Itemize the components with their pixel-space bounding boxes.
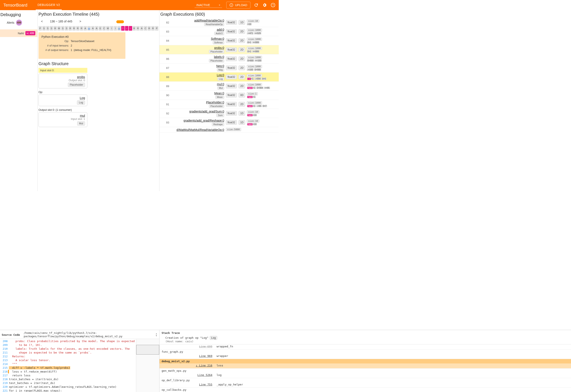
timeline-range: 136 ~ 185 of 445 [50, 20, 72, 23]
timeline-cell[interactable]: M [106, 26, 110, 31]
timeline-cell[interactable]: S [61, 26, 65, 31]
timeline-cells: PSSSRMSSRRRRAmAAECMIIm!--RRACRRP [38, 25, 159, 31]
graph-exec-row[interactable]: 91Placeholder:0Placeholderfloat322Dsize:… [159, 100, 279, 109]
upload-button[interactable]: UPLOAD [226, 2, 250, 8]
alert-badge: ∞: 499 [25, 31, 35, 35]
graph-exec-row[interactable]: 84Softmax:0Softmaxfloat322Dsize:10000×1+… [159, 36, 279, 45]
svg-rect-1 [231, 5, 232, 6]
timeline-cell[interactable]: I [110, 26, 113, 31]
alert-type-label: NaN/ [18, 32, 24, 35]
timeline-cell[interactable]: S [65, 26, 68, 31]
input-node-name: probs [41, 75, 85, 79]
timeline-cell[interactable]: E [99, 26, 102, 31]
output-node-slot: Input slot: 1 [41, 117, 85, 121]
alerts-heading: Alerts 499 [0, 19, 37, 27]
timeline-cell[interactable]: C [144, 26, 147, 31]
sidebar: Debugging Alerts 499 NaN/ ∞: 499 [0, 10, 38, 191]
timeline-cell[interactable]: R [54, 26, 57, 31]
graph-exec-row[interactable]: d/MatMul/MatMul/ReadVariableOp:0size:500… [159, 127, 279, 133]
debugging-title: Debugging [0, 10, 37, 19]
timeline-cell[interactable]: - [125, 26, 128, 31]
output-node-name: mul [41, 114, 85, 117]
exec-heading: Python Execution #0 [42, 34, 122, 39]
timeline-cell[interactable]: R [136, 26, 140, 31]
timeline-next[interactable]: > [77, 20, 84, 23]
timeline-cell[interactable]: R [80, 26, 83, 31]
timeline-cell[interactable]: I [114, 26, 117, 31]
alert-nan-row[interactable]: NaN/ ∞: 499 [0, 29, 37, 37]
timeline-cell[interactable]: R [72, 26, 76, 31]
timeline-cell[interactable]: - [129, 26, 132, 31]
timeline-cell[interactable]: A [91, 26, 95, 31]
timeline-cell[interactable]: P [39, 26, 42, 31]
svg-text:?: ? [272, 4, 274, 7]
timeline-column: Python Execution Timeline (445) < 136 ~ … [38, 10, 159, 191]
graph-exec-row[interactable]: 85probs:0Placeholderfloat322Dsize:10000×… [159, 45, 279, 54]
graph-exec-row[interactable]: 83add:0AddV2float322Dsize:1000-×471+×529 [159, 27, 279, 36]
refresh-icon[interactable] [254, 3, 258, 7]
upload-label: UPLOAD [235, 3, 247, 7]
timeline-cell[interactable]: R [76, 26, 80, 31]
graph-structure-title: Graph Structure [38, 60, 159, 67]
gear-icon[interactable] [262, 3, 267, 7]
logo: TensorBoard [3, 3, 27, 8]
output-slot-label: Output slot 0: (1 consumer) [38, 107, 159, 112]
graph-exec-row[interactable]: 89mul:0Mulfloat322Dsize:1000NaN×10×904+×… [159, 82, 279, 91]
input-node-chip: Placeholder [68, 83, 85, 87]
timeline-prev[interactable]: < [39, 20, 45, 23]
svg-rect-2 [231, 4, 232, 5]
timeline-cell[interactable]: R [151, 26, 155, 31]
graph-exec-row[interactable]: 87Neg:0Negfloat322Dsize:1000-×1000×900 [159, 63, 279, 72]
graph-exec-row[interactable]: 82add/ReadVariableOp:0ReadVariableOpfloa… [159, 18, 279, 27]
tab-debugger-v2[interactable]: DEBUGGER V2 [36, 0, 62, 10]
timeline-cell[interactable]: R [69, 26, 72, 31]
op-node-card[interactable]: Log Log [39, 95, 87, 106]
timeline-cell[interactable]: A [95, 26, 98, 31]
timeline-title: Python Execution Timeline (445) [38, 10, 159, 18]
chevron-down-icon [218, 3, 221, 7]
output-node-card[interactable]: mul Input slot: 1 Mul [39, 112, 87, 127]
op-node-name: Log [41, 96, 85, 99]
timeline-cell[interactable]: ! [121, 26, 125, 31]
execution-details-card: Python Execution #0 Op:TensorSliceDatase… [39, 32, 125, 59]
output-node-chip: Mul [77, 121, 85, 126]
status-label: INACTIVE [196, 3, 210, 7]
timeline-cell[interactable]: R [148, 26, 151, 31]
timeline-cell[interactable]: S [50, 26, 53, 31]
input-node-card[interactable]: probs Output slot: 0 Placeholder [39, 74, 87, 88]
alerts-label: Alerts [7, 21, 14, 24]
graph-exec-row[interactable]: 90Mean:0Meanfloat320Dsize:1NaN×1 [159, 91, 279, 100]
timeline-cell[interactable]: C [102, 26, 106, 31]
timeline-cell[interactable]: S [46, 26, 49, 31]
timeline-cell[interactable]: S [42, 26, 46, 31]
op-node-chip: Log [77, 100, 85, 105]
graph-exec-row[interactable]: 86labels:0Placeholderfloat322Dsize:10000… [159, 54, 279, 63]
graph-exec-row[interactable]: 93gradients/add_grad/Reshape:0Reshapeflo… [159, 118, 279, 127]
app-header: TensorBoard DEBUGGER V2 INACTIVE UPLOAD … [0, 0, 279, 10]
timeline-cell[interactable]: P [155, 26, 158, 31]
timeline-cell[interactable]: m [117, 26, 121, 31]
alerts-count-badge: 499 [16, 20, 22, 26]
graph-exec-title: Graph Executions (600) [159, 10, 279, 18]
graph-exec-column: Graph Executions (600) 82add/ReadVariabl… [159, 10, 279, 191]
timeline-cell[interactable]: A [84, 26, 87, 31]
timeline-cell[interactable]: M [57, 26, 61, 31]
graph-exec-list[interactable]: 82add/ReadVariableOp:0ReadVariableOpfloa… [159, 18, 279, 133]
timeline-cell[interactable]: R [133, 26, 136, 31]
help-icon[interactable]: ? [271, 3, 275, 7]
info-icon [229, 3, 233, 7]
op-label: Op: [38, 90, 159, 94]
graph-exec-row[interactable]: 92gradients/add_grad/Sum:0Sumfloat321Dsi… [159, 109, 279, 118]
timeline-nav: < 136 ~ 185 of 445 > [38, 18, 159, 25]
timeline-cell[interactable]: A [140, 26, 143, 31]
input-slot-label: Input slot 0: [39, 68, 87, 73]
status-dropdown[interactable]: INACTIVE [195, 2, 222, 8]
graph-exec-row[interactable]: 88▶Log:0Logfloat322Dsize:1000-∞×1-×9940×… [159, 72, 279, 82]
timeline-cell[interactable]: m [87, 26, 91, 31]
input-node-slot: Output slot: 0 [41, 79, 85, 82]
